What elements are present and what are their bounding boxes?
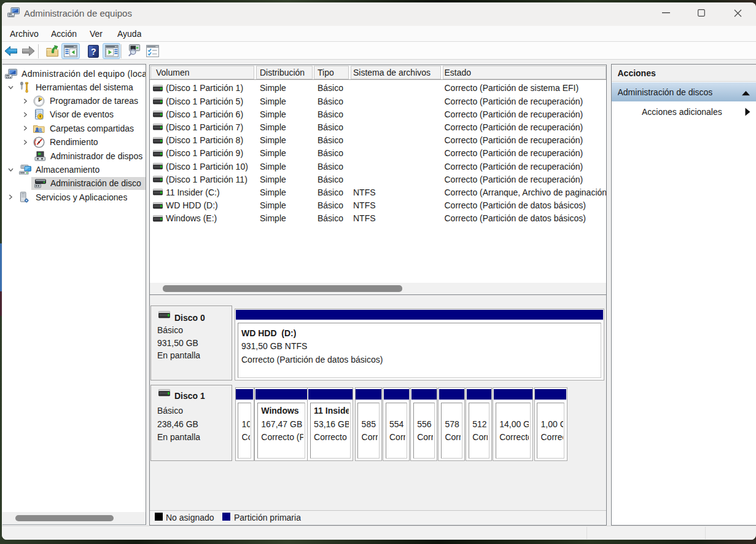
svg-text:?: ? (91, 47, 96, 57)
